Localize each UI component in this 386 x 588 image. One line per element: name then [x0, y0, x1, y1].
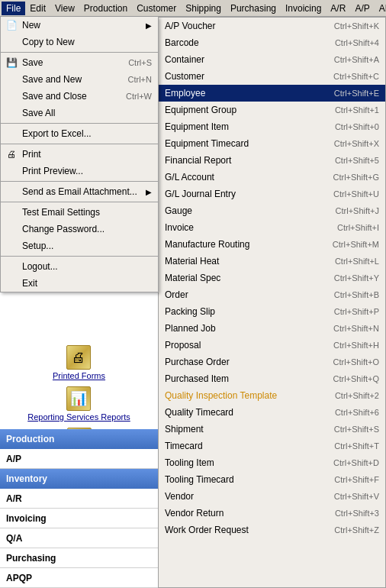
save-icon: 💾	[5, 57, 18, 69]
menubar-customer[interactable]: Customer	[132, 2, 181, 15]
submenu-invoice-shortcut: Ctrl+Shift+I	[322, 223, 379, 232]
nav-qa[interactable]: Q/A	[0, 528, 158, 548]
printed-forms-item[interactable]: 🖨 Printed Forms	[51, 344, 107, 382]
submenu-invoice-label: Invoice	[165, 222, 194, 233]
menu-logout-label: Logout...	[22, 261, 58, 272]
menu-item-print-preview[interactable]: Print Preview...	[1, 163, 158, 179]
submenu-work-order-request[interactable]: Work Order Request Ctrl+Shift+Z	[159, 522, 385, 538]
nav-apqp[interactable]: APQP	[0, 568, 158, 588]
submenu-purchased-item[interactable]: Purchased Item Ctrl+Shift+Q	[159, 370, 385, 387]
menubar-invoicing[interactable]: Invoicing	[281, 2, 326, 15]
submenu-gauge-shortcut: Ctrl+Shift+J	[320, 206, 379, 215]
submenu-barcode[interactable]: Barcode Ctrl+Shift+4	[159, 34, 385, 51]
menubar-file[interactable]: File	[2, 2, 25, 15]
submenu-tooling-item[interactable]: Tooling Item Ctrl+Shift+D	[159, 454, 385, 471]
submenu-packing-slip-shortcut: Ctrl+Shift+P	[319, 307, 379, 316]
submenu-planned-job[interactable]: Planned Job Ctrl+Shift+N	[159, 320, 385, 337]
submenu-equipment-group[interactable]: Equipment Group Ctrl+Shift+1	[159, 102, 385, 118]
submenu-customer[interactable]: Customer Ctrl+Shift+C	[159, 68, 385, 85]
nav-ap[interactable]: A/P	[0, 449, 158, 469]
menu-item-setup[interactable]: Setup...	[1, 237, 158, 254]
nav-purchasing[interactable]: Purchasing	[0, 548, 158, 568]
menubar-view[interactable]: View	[50, 2, 79, 15]
submenu-quality-timecard-label: Quality Timecard	[165, 407, 233, 418]
submenu-gl-account[interactable]: G/L Account Ctrl+Shift+G	[159, 169, 385, 186]
submenu-order-shortcut: Ctrl+Shift+B	[319, 290, 379, 299]
menubar-purchasing[interactable]: Purchasing	[226, 2, 281, 15]
submenu-gl-account-label: G/L Account	[165, 172, 214, 183]
main-area: 📄 New ▶ Copy to New 💾 Save Ctrl+S Save a…	[0, 17, 386, 588]
submenu-quality-timecard[interactable]: Quality Timecard Ctrl+Shift+6	[159, 404, 385, 421]
menu-item-change-password[interactable]: Change Password...	[1, 221, 158, 237]
menu-item-export-excel[interactable]: Export to Excel...	[1, 125, 158, 142]
submenu-material-heat[interactable]: Material Heat Ctrl+Shift+L	[159, 253, 385, 270]
menubar-ap[interactable]: A/P	[350, 2, 374, 15]
submenu-gl-account-shortcut: Ctrl+Shift+G	[317, 173, 379, 182]
submenu-financial-report[interactable]: Financial Report Ctrl+Shift+5	[159, 152, 385, 169]
nav-invoicing-label: Invoicing	[6, 513, 47, 524]
nav-qa-label: Q/A	[6, 533, 22, 544]
submenu-equipment-timecard[interactable]: Equipment Timecard Ctrl+Shift+X	[159, 135, 385, 152]
menu-item-copy-to-new[interactable]: Copy to New	[1, 34, 158, 50]
submenu-shipment[interactable]: Shipment Ctrl+Shift+S	[159, 421, 385, 438]
submenu-packing-slip[interactable]: Packing Slip Ctrl+Shift+P	[159, 303, 385, 320]
submenu-timecard-label: Timecard	[165, 441, 203, 451]
submenu-manufacture-routing[interactable]: Manufacture Routing Ctrl+Shift+M	[159, 236, 385, 253]
submenu-equipment-item[interactable]: Equipment Item Ctrl+Shift+0	[159, 118, 385, 135]
submenu-order[interactable]: Order Ctrl+Shift+B	[159, 286, 385, 303]
submenu-gauge[interactable]: Gauge Ctrl+Shift+J	[159, 202, 385, 219]
submenu-vendor-return[interactable]: Vendor Return Ctrl+Shift+3	[159, 505, 385, 522]
menu-item-test-email[interactable]: Test Email Settings	[1, 204, 158, 221]
menubar-apqp[interactable]: APQP	[375, 2, 386, 15]
menubar-ar[interactable]: A/R	[326, 2, 350, 15]
submenu-gl-journal-entry[interactable]: G/L Journal Entry Ctrl+Shift+U	[159, 186, 385, 202]
menubar-edit[interactable]: Edit	[25, 2, 50, 15]
submenu-vendor-return-label: Vendor Return	[165, 508, 224, 519]
submenu-ap-voucher-shortcut: Ctrl+Shift+K	[319, 21, 379, 31]
submenu-shipment-label: Shipment	[165, 424, 204, 435]
menu-print-label: Print	[22, 149, 41, 160]
submenu-vendor[interactable]: Vendor Ctrl+Shift+V	[159, 488, 385, 505]
submenu-timecard[interactable]: Timecard Ctrl+Shift+T	[159, 438, 385, 454]
nav-production[interactable]: Production	[0, 429, 158, 449]
submenu-quality-inspection[interactable]: Quality Inspection Template Ctrl+Shift+2	[159, 387, 385, 404]
reporting-services-item[interactable]: 📊 Reporting Services Reports	[26, 385, 132, 423]
print-icon: 🖨	[5, 148, 18, 160]
nav-invoicing[interactable]: Invoicing	[0, 509, 158, 528]
submenu-vendor-shortcut: Ctrl+Shift+V	[319, 492, 379, 501]
submenu-purchase-order-shortcut: Ctrl+Shift+O	[317, 357, 379, 367]
submenu-tooling-timecard-label: Tooling Timecard	[165, 474, 234, 485]
menu-item-print[interactable]: 🖨 Print	[1, 146, 158, 163]
submenu-container[interactable]: Container Ctrl+Shift+A	[159, 51, 385, 68]
menu-item-save[interactable]: 💾 Save Ctrl+S	[1, 54, 158, 71]
submenu-ap-voucher[interactable]: A/P Voucher Ctrl+Shift+K	[159, 18, 385, 34]
nav-ar-label: A/R	[6, 493, 22, 504]
submenu-invoice[interactable]: Invoice Ctrl+Shift+I	[159, 219, 385, 236]
submenu-proposal[interactable]: Proposal Ctrl+Shift+H	[159, 337, 385, 354]
menu-item-send-email[interactable]: Send as Email Attachment... ▶	[1, 183, 158, 200]
submenu-material-heat-label: Material Heat	[165, 256, 219, 267]
menu-item-save-all[interactable]: Save All	[1, 105, 158, 121]
submenu-gl-journal-entry-shortcut: Ctrl+Shift+U	[318, 189, 379, 199]
submenu-barcode-label: Barcode	[165, 37, 199, 48]
submenu-manufacture-routing-label: Manufacture Routing	[165, 239, 249, 250]
submenu-purchase-order[interactable]: Purchase Order Ctrl+Shift+O	[159, 354, 385, 370]
menu-item-logout[interactable]: Logout...	[1, 258, 158, 275]
menu-item-save-and-close[interactable]: Save and Close Ctrl+W	[1, 88, 158, 105]
nav-sections: Production A/P Inventory A/R Invoicing Q…	[0, 429, 158, 588]
nav-inventory[interactable]: Inventory	[0, 469, 158, 489]
menu-item-save-and-new[interactable]: Save and New Ctrl+N	[1, 71, 158, 88]
submenu-material-spec[interactable]: Material Spec Ctrl+Shift+Y	[159, 270, 385, 286]
submenu-tooling-item-shortcut: Ctrl+Shift+D	[318, 458, 379, 467]
submenu-employee[interactable]: Employee Ctrl+Shift+E	[159, 85, 385, 102]
menubar-production[interactable]: Production	[79, 2, 132, 15]
submenu-work-order-request-label: Work Order Request	[165, 525, 249, 535]
menubar-shipping[interactable]: Shipping	[181, 2, 226, 15]
submenu-tooling-timecard[interactable]: Tooling Timecard Ctrl+Shift+F	[159, 471, 385, 488]
printed-forms-icon: 🖨	[66, 345, 91, 370]
submenu-vendor-label: Vendor	[165, 491, 194, 502]
menu-item-exit[interactable]: Exit	[1, 275, 158, 292]
menu-item-new[interactable]: 📄 New ▶	[1, 17, 158, 34]
submenu-tooling-item-label: Tooling Item	[165, 457, 214, 468]
nav-ar[interactable]: A/R	[0, 489, 158, 509]
